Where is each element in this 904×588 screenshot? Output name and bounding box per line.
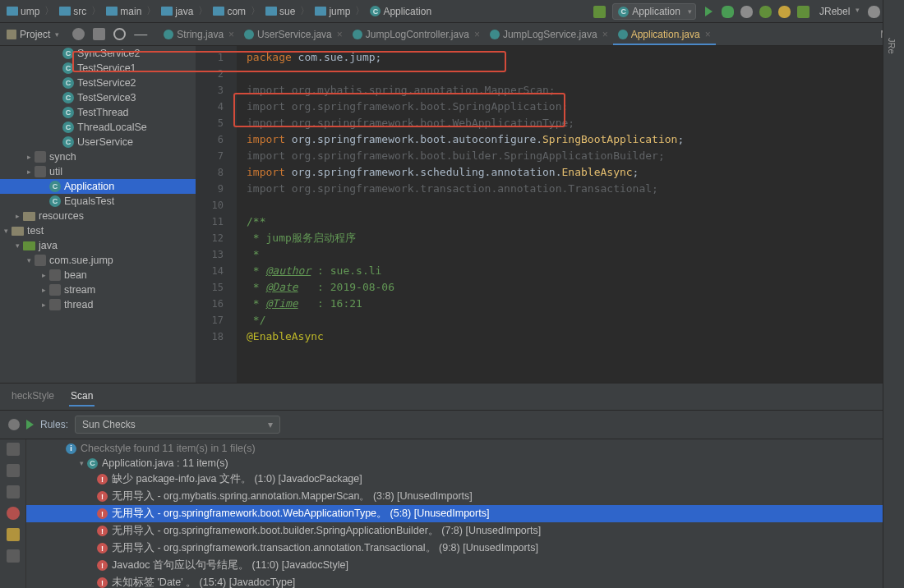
class-icon (164, 30, 173, 39)
panel-tool-icon[interactable] (7, 507, 20, 520)
issue-file[interactable]: CApplication.java : 11 item(s) (26, 456, 904, 471)
tree-item[interactable]: CTestService2 (0, 76, 196, 90)
panel-tool-icon[interactable] (7, 464, 20, 477)
tree-item[interactable]: CUserService (0, 135, 196, 149)
bc-item[interactable]: java (161, 6, 193, 17)
close-icon[interactable]: × (474, 29, 480, 40)
tree-item[interactable]: bean (0, 268, 196, 283)
editor-tab[interactable]: String.java× (159, 25, 239, 45)
bc-item[interactable]: sue (265, 6, 295, 17)
class-icon: C (62, 107, 74, 118)
tree-item[interactable]: stream (0, 283, 196, 297)
issue-row[interactable]: !未知标签 'Date' 。 (15:4) [JavadocType] (26, 574, 904, 588)
tree-item[interactable]: com.sue.jump (0, 253, 196, 268)
folder-icon (315, 7, 326, 16)
chevron-icon[interactable] (38, 286, 49, 294)
panel-tool-icon[interactable] (7, 549, 20, 563)
tree-item[interactable]: CApplication (0, 179, 196, 194)
target-icon[interactable] (72, 28, 85, 40)
run-config-selector[interactable]: CApplication (612, 3, 696, 20)
panel-tab-scan[interactable]: Scan (69, 387, 95, 407)
tree-item[interactable]: CSyncService2 (0, 46, 196, 61)
toolbar-icon[interactable] (740, 6, 753, 18)
editor[interactable]: 123456789101112131415161718 package com.… (196, 46, 904, 383)
class-icon (244, 30, 254, 39)
chevron-icon[interactable] (23, 153, 35, 161)
toolbar-icon[interactable] (868, 6, 880, 18)
tree-item[interactable]: CTestService3 (0, 90, 196, 105)
chevron-icon[interactable] (12, 241, 23, 250)
close-icon[interactable]: × (705, 29, 711, 40)
tree-item[interactable]: test (0, 223, 196, 238)
issues-tree[interactable]: iCheckstyle found 11 item(s) in 1 file(s… (26, 439, 904, 588)
editor-tab[interactable]: UserService.java× (239, 25, 348, 45)
bc-item[interactable]: com (213, 6, 246, 17)
tree-item[interactable]: CThreadLocalSe (0, 120, 196, 135)
project-view-button[interactable]: Project (0, 29, 66, 40)
close-icon[interactable]: × (337, 29, 343, 40)
chevron-icon[interactable] (12, 212, 23, 220)
expand-icon[interactable] (93, 28, 105, 40)
bc-item[interactable]: src (59, 6, 86, 17)
class-icon (490, 30, 500, 39)
tree-item[interactable]: thread (0, 297, 196, 312)
class-icon (618, 30, 628, 39)
chevron-icon[interactable] (38, 301, 49, 309)
jrebel-dropdown[interactable]: JRebel (816, 4, 861, 19)
folder-icon (49, 284, 61, 296)
close-icon[interactable]: × (602, 29, 608, 40)
close-icon[interactable]: × (228, 29, 234, 40)
issue-row[interactable]: !无用导入 - org.mybatis.spring.annotation.Ma… (26, 488, 904, 505)
editor-tabs: String.java×UserService.java×JumpLogCont… (154, 23, 875, 45)
rules-select[interactable]: Sun Checks (75, 416, 280, 434)
tree-item[interactable]: resources (0, 209, 196, 223)
error-icon: ! (97, 526, 108, 536)
folder-icon (35, 166, 46, 177)
tree-item[interactable]: java (0, 238, 196, 253)
tree-item[interactable]: CTestThread (0, 105, 196, 120)
hammer-icon[interactable] (593, 6, 606, 18)
panel-tab-checkstyle[interactable]: heckStyle (10, 387, 56, 407)
bc-file[interactable]: CApplication (370, 6, 431, 17)
panel-tool-icon[interactable] (7, 528, 20, 541)
issue-row[interactable]: !无用导入 - org.springframework.boot.WebAppl… (26, 505, 904, 522)
chevron-icon[interactable] (23, 168, 35, 176)
tool-window-label[interactable]: JRe (883, 33, 900, 59)
bc-item[interactable]: main (106, 6, 141, 17)
editor-tab[interactable]: Application.java× (613, 25, 716, 45)
toolbar-icon[interactable] (778, 6, 791, 18)
chevron-down-icon[interactable] (76, 459, 87, 467)
close-icon[interactable] (8, 419, 20, 430)
tree-item[interactable]: CEqualsTest (0, 194, 196, 209)
right-toolwindow-bar[interactable]: JRe (883, 0, 904, 588)
project-tree[interactable]: CSyncService2CTestService1CTestService2C… (0, 46, 196, 383)
debug-icon[interactable] (722, 6, 734, 18)
code-area[interactable]: package com.sue.jump; import org.mybatis… (237, 46, 904, 383)
issue-header[interactable]: iCheckstyle found 11 item(s) in 1 file(s… (26, 441, 904, 456)
bc-item[interactable]: jump (315, 6, 350, 17)
bc-item[interactable]: ump (7, 6, 39, 17)
panel-tool-icon[interactable] (7, 443, 20, 456)
toolbar-icon[interactable] (797, 6, 809, 18)
issue-row[interactable]: !无用导入 - org.springframework.transaction.… (26, 540, 904, 557)
chevron-icon[interactable] (23, 256, 35, 264)
panel-tool-icon[interactable] (7, 485, 20, 498)
editor-tab[interactable]: JumpLogController.java× (348, 25, 485, 45)
chevron-icon[interactable] (0, 227, 12, 235)
editor-tab[interactable]: JumpLogService.java× (485, 25, 613, 45)
issue-row[interactable]: !无用导入 - org.springframework.boot.builder… (26, 522, 904, 540)
collapse-icon[interactable]: — (134, 27, 147, 42)
tree-item[interactable]: CTestService1 (0, 61, 196, 76)
class-icon: C (62, 92, 74, 103)
class-icon: C (62, 77, 74, 89)
issue-row[interactable]: !Javadoc 首句应以句号结尾。 (11:0) [JavadocStyle] (26, 557, 904, 574)
issue-row[interactable]: !缺少 package-info.java 文件。 (1:0) [Javadoc… (26, 471, 904, 488)
play-icon[interactable] (26, 420, 34, 430)
run-icon[interactable] (703, 6, 715, 18)
gear-icon[interactable] (113, 28, 126, 40)
tree-item[interactable]: util (0, 164, 196, 179)
folder-icon (161, 7, 173, 16)
tree-item[interactable]: synch (0, 149, 196, 164)
toolbar-icon[interactable] (759, 6, 772, 18)
chevron-icon[interactable] (38, 271, 49, 279)
